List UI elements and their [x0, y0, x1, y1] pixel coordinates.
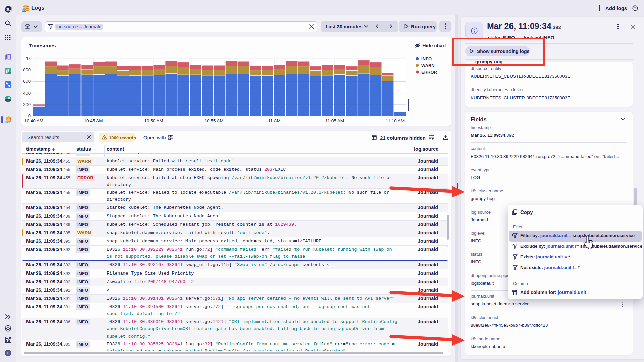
svg-text:600: 600: [23, 79, 31, 84]
svg-text:NEW: NEW: [22, 10, 26, 12]
svg-text:200: 200: [23, 102, 31, 107]
svg-text:11 AM: 11 AM: [268, 118, 280, 123]
svg-text:10:40 AM: 10:40 AM: [24, 118, 43, 123]
svg-text:WARN: WARN: [421, 63, 435, 68]
svg-text:11:10 AM: 11:10 AM: [386, 118, 405, 123]
svg-text:INFO: INFO: [421, 56, 432, 61]
svg-text:400: 400: [23, 90, 31, 96]
svg-text:1k: 1k: [26, 56, 31, 61]
svg-text:10:55 AM: 10:55 AM: [204, 118, 223, 123]
svg-text:10:50 AM: 10:50 AM: [144, 118, 163, 123]
svg-text:0: 0: [28, 113, 31, 118]
svg-text:10:45 AM: 10:45 AM: [84, 118, 103, 123]
svg-text:800: 800: [23, 67, 31, 72]
svg-text:ERROR: ERROR: [421, 70, 437, 75]
svg-text:11:05 AM: 11:05 AM: [325, 118, 344, 123]
svg-text:NEW: NEW: [5, 121, 9, 123]
svg-text:?: ?: [634, 6, 636, 10]
